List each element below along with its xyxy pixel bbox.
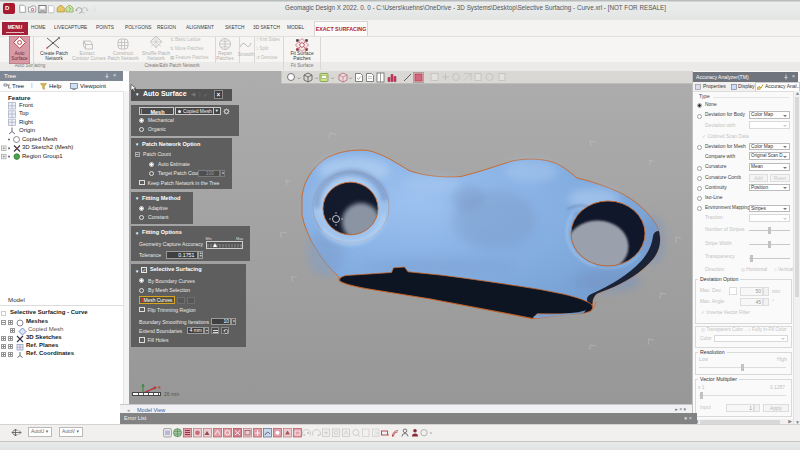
svg-text:x: x [158, 384, 161, 390]
